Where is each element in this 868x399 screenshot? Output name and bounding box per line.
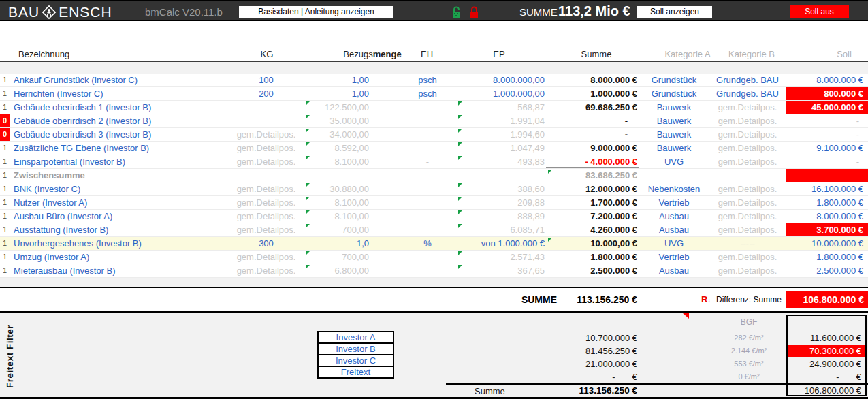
cell-ep[interactable]: 1.047,49 — [456, 142, 546, 155]
cell-soll[interactable]: 10.000.000 € — [786, 237, 868, 250]
cell-ep[interactable]: 367,65 — [456, 264, 546, 277]
cell-soll[interactable]: 1.800.000 € — [786, 196, 868, 209]
cell-kategorie-a[interactable]: Vertrieb — [639, 251, 709, 264]
cell-kategorie-a[interactable]: Ausbau — [639, 223, 709, 236]
cell-kg[interactable]: gem.Detailpos. — [206, 210, 304, 223]
row-active-flag[interactable]: 1 — [0, 251, 10, 264]
cell-ep[interactable]: von 1.000.000 € — [456, 237, 546, 250]
cell-kg[interactable]: gem.Detailpos. — [206, 142, 304, 155]
cell-bezugsmenge[interactable]: 30.880,00 — [304, 182, 399, 195]
cell-summe[interactable]: 9.000.000 € — [546, 142, 639, 155]
cell-summe[interactable]: 69.686.250 € — [546, 101, 639, 114]
cell-bezugsmenge[interactable]: 1,00 — [304, 74, 399, 86]
red-lock-icon[interactable] — [469, 6, 479, 19]
green-unlock-icon[interactable] — [451, 6, 462, 19]
cell-summe[interactable]: 4.260.000 € — [546, 223, 639, 236]
cell-ep[interactable]: 388,60 — [456, 182, 546, 195]
cell-ep[interactable] — [456, 169, 546, 182]
cell-kategorie-a[interactable]: Bauwerk — [639, 114, 709, 127]
cell-summe[interactable]: - 4.000.000 € — [546, 155, 639, 168]
cell-bezugsmenge[interactable] — [304, 169, 399, 182]
cell-eh[interactable] — [399, 114, 456, 127]
cell-ep[interactable]: 6.085,71 — [456, 223, 546, 236]
cell-summe[interactable]: 1.000.000 € — [546, 87, 639, 100]
row-active-flag[interactable]: 1 — [0, 155, 10, 168]
cell-kategorie-b[interactable]: Grundgeb. BAU — [709, 87, 786, 100]
cell-bezeichnung[interactable]: BNK (Investor C) — [10, 182, 206, 195]
cell-bezeichnung[interactable]: Gebäude oberirdisch 3 (Investor B) — [10, 128, 206, 141]
cell-summe[interactable]: 2.500.000 € — [546, 264, 639, 277]
cell-kategorie-a[interactable]: Nebenkosten — [639, 182, 709, 195]
cell-kategorie-a[interactable]: Grundstück — [639, 74, 709, 86]
cell-bezeichnung[interactable]: Umzug (Investor A) — [10, 251, 206, 264]
basisdaten-anleitung-button[interactable]: Basisdaten | Anleitung anzeigen — [239, 6, 393, 18]
cell-kategorie-b[interactable]: gem.Detailpos. — [709, 223, 786, 236]
row-active-flag[interactable]: 1 — [0, 101, 10, 114]
cell-eh[interactable]: - — [399, 155, 456, 168]
cell-kategorie-b[interactable]: gem.Detailpos. — [709, 101, 786, 114]
freitext-button[interactable]: Freitext — [317, 366, 394, 379]
cell-kategorie-b[interactable]: gem.Detailpos. — [709, 114, 786, 127]
cell-kg[interactable]: gem.Detailpos. — [206, 128, 304, 141]
cell-kategorie-b[interactable] — [709, 169, 786, 182]
cell-bezeichnung[interactable]: Gebäude oberirdisch 2 (Investor B) — [10, 114, 206, 127]
cell-eh[interactable] — [399, 169, 456, 182]
cell-bezugsmenge[interactable]: 8.592,00 — [304, 142, 399, 155]
cell-bezugsmenge[interactable]: 700,00 — [304, 223, 399, 236]
cell-eh[interactable] — [399, 142, 456, 155]
cell-bezugsmenge[interactable]: 8.100,00 — [304, 196, 399, 209]
cell-soll[interactable]: 800.000 € — [786, 87, 868, 100]
cell-bezeichnung[interactable]: Nutzer (Investor A) — [10, 196, 206, 209]
cell-kg[interactable]: gem.Detailpos. — [206, 155, 304, 168]
cell-kategorie-b[interactable]: gem.Detailpos. — [709, 196, 786, 209]
cell-eh[interactable]: % — [399, 237, 456, 250]
cell-bezeichnung[interactable]: Mieterausbau (Investor B) — [10, 264, 206, 277]
cell-kategorie-b[interactable]: gem.Detailpos. — [709, 210, 786, 223]
cell-soll[interactable]: 8.000.000 € — [786, 74, 868, 86]
cell-soll[interactable]: - — [786, 128, 868, 141]
row-active-flag[interactable]: 1 — [0, 182, 10, 195]
cell-bezugsmenge[interactable]: 8.100,00 — [304, 210, 399, 223]
cell-eh[interactable] — [399, 101, 456, 114]
cell-kategorie-b[interactable]: gem.Detailpos. — [709, 182, 786, 195]
cell-kg[interactable] — [206, 101, 304, 114]
cell-bezugsmenge[interactable]: 1,00 — [304, 87, 399, 100]
cell-soll[interactable]: 3.700.000 € — [786, 223, 868, 236]
cell-kategorie-a[interactable]: Bauwerk — [639, 142, 709, 155]
cell-summe[interactable]: 83.686.250 € — [546, 169, 639, 182]
cell-kg[interactable]: 200 — [206, 87, 304, 100]
cell-kategorie-a[interactable]: Ausbau — [639, 210, 709, 223]
cell-kg[interactable] — [206, 114, 304, 127]
cell-kategorie-b[interactable]: Grundgeb. BAU — [709, 74, 786, 86]
cell-ep[interactable]: 568,87 — [456, 101, 546, 114]
cell-kategorie-a[interactable]: Vertrieb — [639, 196, 709, 209]
cell-kg[interactable]: 100 — [206, 74, 304, 86]
cell-ep[interactable]: 2.571,43 — [456, 251, 546, 264]
cell-kategorie-b[interactable]: gem.Detailpos. — [709, 155, 786, 168]
cell-ep[interactable]: 1.991,04 — [456, 114, 546, 127]
cell-bezeichnung[interactable]: Zusätzliche TG Ebene (Investor B) — [10, 142, 206, 155]
cell-bezugsmenge[interactable]: 8.100,00 — [304, 155, 399, 168]
cell-soll[interactable]: 1.800.000 € — [786, 251, 868, 264]
cell-bezeichnung[interactable]: Ausstattung (Investor B) — [10, 223, 206, 236]
cell-soll[interactable]: 9.100.000 € — [786, 142, 868, 155]
cell-eh[interactable]: psch — [399, 87, 456, 100]
cell-bezugsmenge[interactable]: 1,0 — [304, 237, 399, 250]
cell-summe[interactable]: 7.200.000 € — [546, 210, 639, 223]
cell-kategorie-a[interactable]: Bauwerk — [639, 128, 709, 141]
cell-kg[interactable]: gem.Detailpos. — [206, 251, 304, 264]
cell-kg[interactable]: gem.Detailpos. — [206, 264, 304, 277]
cell-soll[interactable]: 2.500.000 € — [786, 264, 868, 277]
cell-ep[interactable]: 8.000.000,00 — [456, 74, 546, 86]
cell-summe[interactable]: 12.000.000 € — [546, 182, 639, 195]
cell-kategorie-b[interactable]: gem.Detailpos. — [709, 264, 786, 277]
cell-soll[interactable]: 16.100.000 € — [786, 182, 868, 195]
cell-kategorie-a[interactable]: UVG — [639, 155, 709, 168]
row-active-flag[interactable]: 1 — [0, 264, 10, 277]
row-active-flag[interactable]: 1 — [0, 142, 10, 155]
cell-eh[interactable] — [399, 251, 456, 264]
row-active-flag[interactable]: 0 — [0, 128, 10, 141]
cell-kategorie-b[interactable]: gem.Detailpos. — [709, 251, 786, 264]
cell-kategorie-b[interactable]: ----- — [709, 237, 786, 250]
recalc-icon[interactable]: R↓ — [701, 288, 711, 312]
